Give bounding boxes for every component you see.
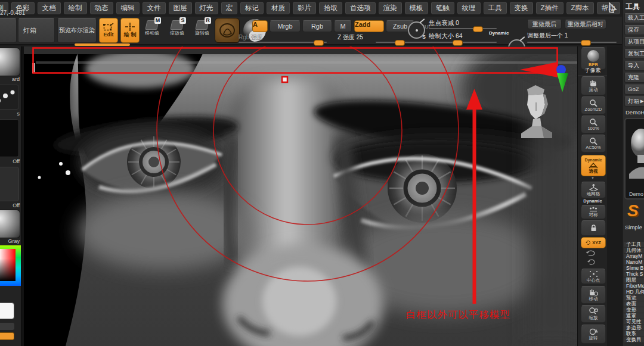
lightbox-tool-button[interactable]: 灯箱►工	[624, 96, 644, 107]
section-arraymesh[interactable]: ArrayM	[624, 254, 644, 259]
section-slime-bridge[interactable]: Slime B	[624, 266, 644, 271]
scale-view-button[interactable]: 缩放	[581, 305, 606, 323]
rotate-z-icon[interactable]	[587, 259, 596, 266]
menu-macro[interactable]: 宏	[221, 2, 238, 14]
menu-stroke[interactable]: 笔触	[431, 2, 454, 14]
gradient-color-swatch[interactable]	[0, 332, 14, 340]
perspective-button[interactable]: Dynamic 透视	[581, 155, 606, 176]
edit-button[interactable]: Edit	[99, 18, 118, 43]
scroll-button[interactable]: 滚动	[581, 76, 606, 95]
menu-material[interactable]: 材质	[267, 2, 290, 14]
section-masking[interactable]: 遮罩	[624, 313, 644, 319]
scale-button[interactable]: S 缩放值	[167, 20, 187, 36]
active-tool-thumbnail[interactable]: Demo	[624, 118, 644, 200]
color-picker[interactable]	[0, 245, 21, 286]
section-thick-skin[interactable]: Thick S	[624, 272, 644, 277]
focal-shift-slider[interactable]	[429, 28, 497, 29]
adjust-last-knob[interactable]	[581, 40, 591, 46]
menu-layer[interactable]: 图层	[169, 2, 192, 14]
sculptris-logo[interactable]: S	[627, 201, 639, 220]
move-button[interactable]: M 移动值	[142, 20, 162, 36]
preview-boolean-button[interactable]: 预览布尔渲染	[57, 18, 97, 43]
redo-last-relative-button[interactable]: 重做最后相对	[565, 20, 606, 29]
menu-render[interactable]: 渲染	[379, 2, 402, 14]
menu-draw[interactable]: 绘制	[64, 2, 87, 14]
menu-movie[interactable]: 影片	[293, 2, 316, 14]
section-preview[interactable]: 预览	[624, 295, 644, 301]
m-button[interactable]: M	[334, 20, 352, 32]
menu-tool[interactable]: 工具	[484, 2, 507, 14]
copy-tool-button[interactable]: 复制工具	[624, 49, 644, 59]
secondary-swatch-slot[interactable]	[0, 323, 14, 330]
rgb-intensity-slider[interactable]	[239, 42, 327, 43]
lightbox-button[interactable]: 灯箱	[18, 18, 55, 43]
menu-texture[interactable]: 纹理	[457, 2, 481, 14]
saturation-square[interactable]	[0, 249, 16, 281]
local-symmetry-button[interactable]: 对称	[581, 205, 606, 219]
menu-marker[interactable]: 标记	[240, 2, 264, 14]
floor-grid-button[interactable]: 地网格	[581, 182, 606, 198]
draw-button[interactable]: 绘 制	[120, 18, 140, 43]
import-button[interactable]: 导入	[624, 61, 644, 71]
brush-thumbnail[interactable]	[0, 48, 20, 76]
section-morph-target[interactable]: 变换目	[624, 337, 644, 342]
save-as-button[interactable]: 保存	[624, 25, 644, 35]
current-brush-button[interactable]	[215, 18, 240, 43]
section-surface[interactable]: 表面	[624, 301, 644, 307]
redo-last-button[interactable]: 重做最后	[527, 20, 562, 29]
menu-transform[interactable]: 变换	[510, 2, 533, 14]
shelf-handle-icon[interactable]: ▼	[578, 176, 607, 180]
section-nanomesh[interactable]: NanoM	[624, 260, 644, 265]
tray-divider-handle[interactable]	[75, 43, 130, 46]
menu-zscript[interactable]: Z脚本	[566, 2, 594, 14]
section-visibility[interactable]: 可见性	[624, 319, 644, 325]
menu-edit[interactable]: 编辑	[116, 2, 140, 14]
alpha-thumbnail[interactable]	[0, 119, 19, 157]
menu-preferences[interactable]: 首选项	[345, 2, 376, 14]
document-canvas[interactable]: 白框以外可以平移模型	[24, 46, 577, 346]
main-color-swatch[interactable]	[0, 303, 14, 319]
texture-thumbnail[interactable]	[0, 167, 19, 201]
clone-button[interactable]: 克隆	[624, 73, 644, 83]
focal-dial[interactable]: S	[408, 21, 425, 39]
adjust-last-slider[interactable]	[527, 42, 617, 43]
zoom2d-button[interactable]: Zoom2D	[581, 96, 606, 114]
menu-zplugin[interactable]: Z插件	[536, 2, 564, 14]
stroke-thumbnail[interactable]	[0, 85, 19, 110]
frame-center-button[interactable]: 中心点	[581, 269, 606, 284]
rgb-button[interactable]: Rgb	[302, 20, 332, 32]
menu-document[interactable]: 文档	[38, 2, 61, 14]
section-hd-geometry[interactable]: HD 几何	[624, 289, 644, 295]
menu-dynamics[interactable]: 动态	[90, 2, 113, 14]
paint-a-button[interactable]: A	[252, 20, 268, 32]
rgb-intensity-knob[interactable]	[314, 40, 324, 46]
draw-size-slider[interactable]	[429, 42, 497, 43]
material-thumbnail[interactable]	[0, 210, 20, 238]
draw-size-knob[interactable]	[453, 40, 463, 46]
menu-file[interactable]: 文件	[143, 2, 166, 14]
rotate-view-button[interactable]: 旋转	[581, 325, 606, 344]
zadd-button[interactable]: Zadd	[354, 20, 384, 32]
section-geometry[interactable]: 几何体	[624, 248, 644, 253]
menu-picker[interactable]: 拾取	[319, 2, 342, 14]
section-fibermesh[interactable]: FiberMe	[624, 283, 644, 289]
xyz-rotation-button[interactable]: XYZ	[581, 237, 606, 248]
subpixel-button[interactable]: 子像素	[578, 67, 607, 76]
z-intensity-knob[interactable]	[395, 40, 405, 46]
section-subtool[interactable]: 子工具	[624, 242, 644, 247]
load-tool-button[interactable]: 载入工具	[624, 13, 644, 23]
menu-light[interactable]: 灯光	[195, 2, 218, 14]
move-view-button[interactable]: 移动	[581, 286, 606, 304]
aa-half-button[interactable]: AC50%	[581, 135, 606, 152]
section-polygroups[interactable]: 多边形	[624, 325, 644, 331]
actual-size-button[interactable]: 100%	[581, 116, 606, 133]
load-from-project-button[interactable]: 从项目文	[624, 37, 644, 47]
rotate-button[interactable]: R 旋转值	[192, 20, 212, 36]
focal-shift-knob[interactable]	[473, 26, 483, 32]
section-contact[interactable]: 联系	[624, 331, 644, 336]
rotate-y-icon[interactable]	[586, 250, 596, 257]
menu-stencil[interactable]: 模板	[405, 2, 428, 14]
goz-button[interactable]: GoZ	[624, 85, 644, 95]
section-layers[interactable]: 图层	[624, 278, 644, 283]
partial-left-button[interactable]	[0, 18, 17, 43]
